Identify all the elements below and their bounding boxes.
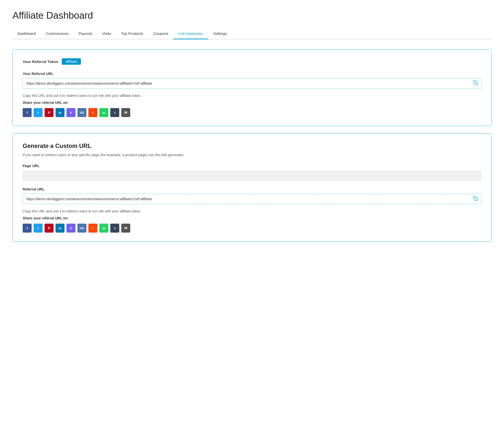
social-btn-vk[interactable]: VK — [77, 224, 86, 233]
tab-visits[interactable]: Visits — [97, 28, 116, 39]
tab-commissions[interactable]: Commissions — [41, 28, 73, 39]
svg-rect-0 — [475, 82, 478, 85]
page-url-label: Page URL — [23, 164, 481, 168]
social-btn-reddit[interactable]: r — [88, 224, 97, 233]
referral-token-label: Your Referral Token — [23, 60, 58, 64]
custom-referral-url-label: Referral URL — [23, 187, 481, 191]
tab-link-generator[interactable]: Link Generator — [173, 28, 208, 39]
share-label-1: Share your referral URL on: — [23, 101, 481, 105]
social-btn-linkedin[interactable]: in — [56, 108, 64, 117]
social-btn-pinterest[interactable]: P — [45, 224, 54, 233]
page-url-input[interactable] — [23, 170, 481, 181]
tab-coupons[interactable]: Coupons — [148, 28, 173, 39]
custom-helper-text: Copy this URL and use it to redirect use… — [23, 209, 481, 213]
tab-payouts[interactable]: Payouts — [73, 28, 97, 39]
tab-dashboard[interactable]: Dashboard — [12, 28, 41, 39]
share-label-2: Share your referral URL on: — [23, 216, 481, 220]
social-btn-email[interactable]: ✉ — [121, 224, 130, 233]
custom-referral-url-field: https://demo.devdiggers.com/woocommerce/… — [23, 194, 481, 204]
custom-url-subtitle: If you want to redirect users to any spe… — [23, 153, 481, 157]
referral-url-field: https://demo.devdiggers.com/woocommerce/… — [23, 78, 481, 89]
social-btn-twitter[interactable]: t — [34, 224, 43, 233]
social-icons-2: ftPinVVKrwt✉ — [23, 224, 481, 233]
referral-url-text: https://demo.devdiggers.com/woocommerce/… — [26, 81, 152, 85]
social-btn-email[interactable]: ✉ — [121, 108, 130, 117]
main-nav: DashboardCommissionsPayoutsVisitsTop Pro… — [12, 28, 492, 39]
social-btn-twitter[interactable]: t — [34, 108, 43, 117]
social-btn-pinterest[interactable]: P — [45, 108, 54, 117]
copy-referral-url-icon[interactable] — [473, 80, 478, 87]
custom-url-card: Generate a Custom URL If you want to red… — [12, 133, 492, 242]
referral-url-label: Your Referral URL — [23, 72, 481, 76]
page-title: Affiliate Dashboard — [12, 10, 492, 21]
social-btn-viber[interactable]: V — [66, 108, 75, 117]
social-btn-facebook[interactable]: f — [23, 224, 32, 233]
social-icons-1: ftPinVVKrwt✉ — [23, 108, 481, 117]
copy-custom-url-icon[interactable] — [473, 196, 478, 202]
social-btn-reddit[interactable]: r — [88, 108, 97, 117]
svg-rect-1 — [475, 198, 478, 200]
social-btn-whatsapp[interactable]: w — [99, 224, 108, 233]
social-btn-facebook[interactable]: f — [23, 108, 32, 117]
social-btn-tumblr[interactable]: t — [110, 224, 119, 233]
referral-token-card: Your Referral Token affiliate Your Refer… — [12, 49, 492, 126]
social-btn-viber[interactable]: V — [66, 224, 75, 233]
custom-url-title: Generate a Custom URL — [23, 142, 481, 149]
social-btn-whatsapp[interactable]: w — [99, 108, 108, 117]
social-btn-tumblr[interactable]: t — [110, 108, 119, 117]
tab-settings[interactable]: Settings — [208, 28, 232, 39]
social-btn-linkedin[interactable]: in — [56, 224, 64, 233]
referral-token-badge: affiliate — [62, 58, 81, 65]
tab-top-products[interactable]: Top Products — [116, 28, 148, 39]
social-btn-vk[interactable]: VK — [77, 108, 86, 117]
custom-referral-url-text: https://demo.devdiggers.com/woocommerce/… — [26, 197, 152, 201]
referral-helper-text: Copy this URL and use it to redirect use… — [23, 94, 481, 98]
